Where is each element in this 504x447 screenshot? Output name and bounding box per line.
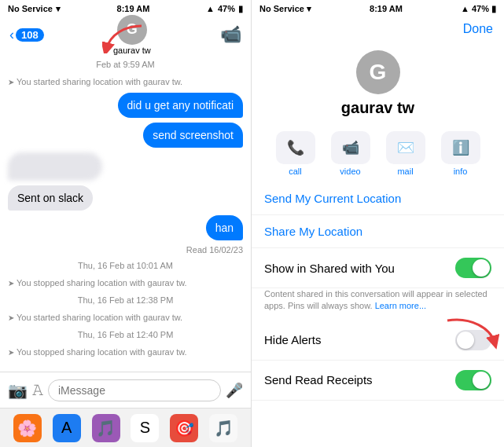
- bubble-blurred: [8, 152, 102, 181]
- dock-podcasts[interactable]: 🎵: [92, 414, 120, 442]
- learn-more-link[interactable]: Learn more...: [375, 301, 426, 310]
- toggle-knob-read: [473, 372, 490, 389]
- carrier-label: No Service: [8, 4, 53, 13]
- mail-label: mail: [397, 167, 413, 176]
- info-action[interactable]: ℹ️ info: [441, 131, 480, 176]
- send-location-item[interactable]: Send My Current Location: [252, 182, 504, 215]
- show-shared-toggle[interactable]: [455, 258, 491, 278]
- send-read-receipts-item[interactable]: Send Read Receipts: [252, 361, 504, 401]
- contact-name-large: gaurav tw: [341, 99, 414, 117]
- video-label: video: [340, 167, 360, 176]
- right-wifi-icon: ▾: [307, 4, 311, 13]
- right-battery: 47%: [472, 4, 489, 13]
- hide-alerts-right: [455, 330, 491, 350]
- signal-icon: ▲: [206, 4, 215, 13]
- right-signal-icon: ▲: [461, 4, 469, 13]
- system-msg-date: Feb at 9:59 AM: [8, 58, 243, 71]
- back-button[interactable]: ‹ 108: [9, 27, 44, 43]
- video-action[interactable]: 📹 video: [331, 131, 370, 176]
- mail-action[interactable]: ✉️ mail: [386, 131, 425, 176]
- system-msg-location4: ➤ You stopped sharing location with gaur…: [8, 346, 243, 358]
- system-msg-date4: Thu, 16 Feb at 12:40 PM: [8, 328, 243, 341]
- right-carrier: No Service: [259, 4, 304, 13]
- right-time: 8:19 AM: [370, 4, 403, 13]
- time-label-left: 8:19 AM: [117, 4, 150, 13]
- bubble-notificati: did u get any notificati: [118, 93, 243, 118]
- apps-icon[interactable]: 𝙰: [32, 381, 43, 399]
- hide-alerts-item[interactable]: Hide Alerts: [252, 321, 504, 361]
- send-location-label: Send My Current Location: [264, 192, 401, 205]
- imessage-input[interactable]: [48, 379, 221, 401]
- location-arrow-icon: ➤: [8, 78, 14, 86]
- hide-alerts-wrapper: Hide Alerts: [252, 321, 504, 361]
- send-read-receipts-toggle[interactable]: [455, 370, 491, 390]
- read-label: Read 16/02/23: [186, 245, 243, 255]
- dock-unknown[interactable]: 🎯: [170, 414, 198, 442]
- show-shared-item[interactable]: Show in Shared with You: [252, 248, 504, 288]
- avatar-large: G: [356, 50, 400, 94]
- back-chevron-icon: ‹: [9, 27, 14, 43]
- avatar-small: G: [117, 15, 147, 45]
- system-msg-location1: ➤ You started sharing location with gaur…: [8, 75, 243, 88]
- mic-icon[interactable]: 🎤: [226, 382, 243, 399]
- location-icon2: ➤: [8, 279, 14, 288]
- share-location-label: Share My Location: [264, 225, 362, 238]
- camera-icon[interactable]: 📷: [8, 381, 28, 400]
- right-top-bar: Done: [252, 17, 504, 46]
- call-action[interactable]: 📞 call: [276, 131, 315, 176]
- wifi-icon: ▾: [56, 4, 61, 14]
- bubble-sent-on-slack: Sent on slack: [8, 185, 93, 211]
- hide-alerts-toggle[interactable]: [455, 330, 491, 350]
- input-bar: 📷 𝙰 🎤: [0, 372, 251, 408]
- dock-shazam[interactable]: S: [131, 414, 159, 442]
- info-label: info: [454, 167, 468, 176]
- dock-photos[interactable]: 🌸: [13, 414, 42, 442]
- right-panel: No Service ▾ 8:19 AM ▲ 47% ▮ Done G gaur…: [252, 0, 504, 447]
- system-msg-location3: ➤ You started sharing location with gaur…: [8, 311, 243, 324]
- bubble-han: han: [206, 215, 243, 240]
- info-icon: ℹ️: [441, 131, 480, 164]
- battery-label-left: 47%: [218, 4, 235, 13]
- right-carrier-group: No Service ▾: [259, 4, 311, 14]
- action-buttons: 📞 call 📹 video ✉️ mail ℹ️ info: [252, 125, 504, 182]
- left-panel: No Service ▾ 8:19 AM ▲ 47% ▮ ‹ 108 G gau…: [0, 0, 252, 447]
- system-msg-date3: Thu, 16 Feb at 12:38 PM: [8, 294, 243, 306]
- bottom-dock: 🌸 A 🎵 S 🎯 🎵: [0, 408, 251, 447]
- share-location-item[interactable]: Share My Location: [252, 215, 504, 248]
- back-badge[interactable]: 108: [16, 28, 44, 42]
- call-label: call: [289, 167, 302, 176]
- toggle-knob-shared: [473, 259, 490, 277]
- hide-alerts-label: Hide Alerts: [264, 333, 322, 346]
- right-battery-icon: ▮: [491, 4, 496, 13]
- right-battery-group: ▲ 47% ▮: [461, 4, 496, 14]
- dock-appstore[interactable]: A: [53, 414, 81, 442]
- messages-area[interactable]: Feb at 9:59 AM ➤ You started sharing loc…: [0, 52, 251, 372]
- nav-center[interactable]: G gaurav tw: [113, 15, 151, 55]
- battery-icon: ▮: [238, 4, 243, 14]
- toggle-knob-hide: [457, 332, 474, 349]
- video-icon: 📹: [331, 131, 370, 164]
- contact-header: G gaurav tw: [252, 46, 504, 125]
- status-bar-right: No Service ▾ 8:19 AM ▲ 47% ▮: [252, 0, 504, 17]
- system-msg-date2: Thu, 16 Feb at 10:01 AM: [8, 259, 243, 272]
- nav-bar-left: ‹ 108 G gaurav tw 📹: [0, 17, 251, 52]
- dock-music[interactable]: 🎵: [209, 414, 237, 442]
- mail-icon: ✉️: [386, 131, 425, 164]
- settings-list: Send My Current Location Share My Locati…: [252, 182, 504, 447]
- call-icon: 📞: [276, 131, 315, 164]
- location-icon3: ➤: [8, 313, 14, 322]
- send-read-receipts-label: Send Read Receipts: [264, 373, 373, 387]
- shared-sublabel: Content shared in this conversation will…: [252, 288, 504, 321]
- system-msg-location2: ➤ You stopped sharing location with gaur…: [8, 277, 243, 289]
- right-status-group: ▲ 47% ▮: [206, 4, 243, 14]
- location-icon4: ➤: [8, 348, 14, 357]
- bubble-screenshot: send screenshot: [143, 123, 243, 148]
- video-call-button[interactable]: 📹: [220, 24, 241, 45]
- left-status-group: No Service ▾: [8, 4, 61, 14]
- done-button[interactable]: Done: [463, 22, 493, 41]
- show-shared-label: Show in Shared with You: [264, 262, 395, 275]
